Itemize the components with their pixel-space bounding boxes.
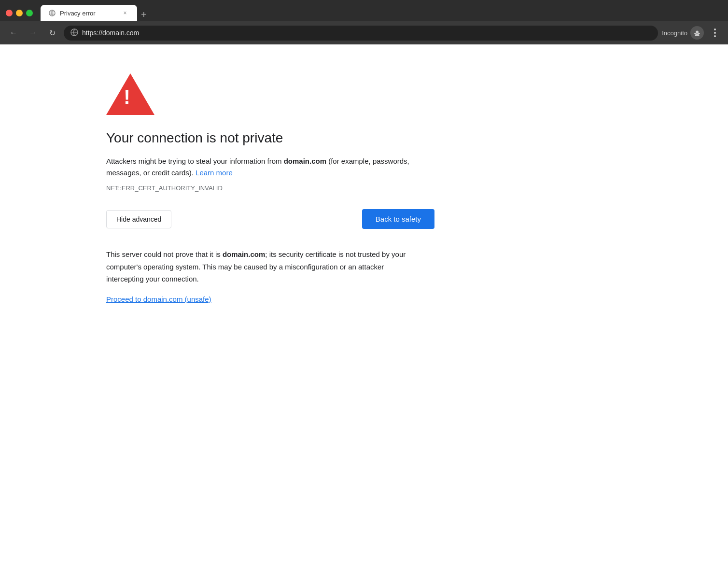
hide-advanced-button[interactable]: Hide advanced bbox=[106, 210, 171, 228]
browser-chrome: Privacy error × + ← → ↻ https://domain.c… bbox=[0, 0, 728, 44]
domain-name: domain.com bbox=[284, 157, 326, 165]
forward-button[interactable]: → bbox=[25, 25, 41, 41]
error-code: NET::ERR_CERT_AUTHORITY_INVALID bbox=[106, 184, 434, 192]
title-bar: Privacy error × + bbox=[0, 0, 728, 21]
address-icon bbox=[70, 28, 78, 38]
new-tab-button[interactable]: + bbox=[137, 8, 151, 21]
advanced-description: This server could not prove that it is d… bbox=[106, 248, 420, 285]
reload-button[interactable]: ↻ bbox=[44, 25, 60, 41]
warning-icon-container bbox=[106, 73, 434, 117]
button-row: Hide advanced Back to safety bbox=[106, 209, 434, 229]
close-window-button[interactable] bbox=[6, 10, 13, 16]
incognito-label: Incognito bbox=[662, 29, 687, 37]
warning-triangle-icon bbox=[106, 73, 154, 115]
browser-menu-button[interactable] bbox=[708, 26, 722, 40]
maximize-window-button[interactable] bbox=[26, 10, 33, 16]
tab-close-button[interactable]: × bbox=[121, 9, 129, 17]
tab-bar: Privacy error × + bbox=[41, 5, 722, 21]
address-bar[interactable]: https://domain.com bbox=[64, 26, 658, 41]
tab-favicon-icon bbox=[48, 9, 56, 17]
address-text: https://domain.com bbox=[82, 29, 651, 37]
svg-point-3 bbox=[694, 33, 697, 34]
svg-point-4 bbox=[698, 33, 700, 34]
advanced-domain: domain.com bbox=[223, 250, 265, 258]
window-controls bbox=[6, 10, 33, 16]
back-to-safety-button[interactable]: Back to safety bbox=[362, 209, 434, 229]
toolbar: ← → ↻ https://domain.com Incognito bbox=[0, 21, 728, 44]
error-heading: Your connection is not private bbox=[106, 130, 434, 146]
error-description: Attackers might be trying to steal your … bbox=[106, 155, 420, 179]
toolbar-right: Incognito bbox=[662, 26, 722, 40]
active-tab[interactable]: Privacy error × bbox=[41, 5, 137, 21]
incognito-icon bbox=[690, 26, 704, 40]
advanced-text-part1: This server could not prove that it is bbox=[106, 250, 223, 258]
incognito-badge: Incognito bbox=[662, 26, 704, 40]
advanced-section: This server could not prove that it is d… bbox=[106, 248, 420, 304]
description-part1: Attackers might be trying to steal your … bbox=[106, 157, 284, 165]
learn-more-link[interactable]: Learn more bbox=[196, 169, 233, 177]
page-content: Your connection is not private Attackers… bbox=[0, 44, 434, 574]
proceed-link[interactable]: Proceed to domain.com (unsafe) bbox=[106, 295, 211, 303]
minimize-window-button[interactable] bbox=[16, 10, 23, 16]
back-button[interactable]: ← bbox=[6, 25, 21, 41]
tab-title: Privacy error bbox=[60, 10, 117, 17]
